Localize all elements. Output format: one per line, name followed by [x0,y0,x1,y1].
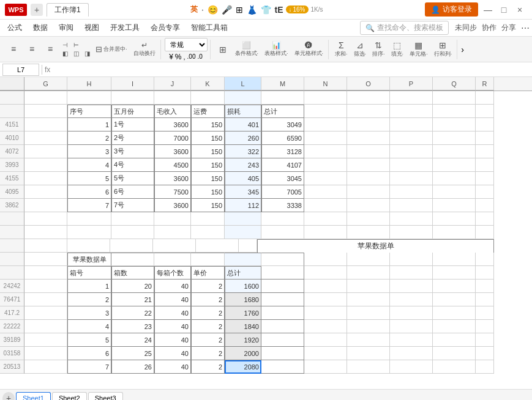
cell-1-I[interactable]: 五月份 [111,105,154,118]
cell-7-N[interactable] [304,185,347,199]
cell-18-R[interactable] [476,333,494,347]
cell-4-I[interactable]: 3号 [111,145,154,158]
cell-1-Q[interactable] [433,105,476,118]
cell-15-N[interactable] [304,293,347,306]
menu-data[interactable]: 数据 [28,21,53,35]
cell-8-P[interactable] [390,199,433,212]
cell-4-R[interactable] [476,145,494,158]
col-header-p[interactable]: P [390,77,433,91]
sheet-tab-2[interactable]: Sheet3 [88,392,123,400]
cell-15-H[interactable]: 2 [67,293,111,306]
login-button[interactable]: 👤 访客登录 [425,2,478,17]
cell-1-K[interactable]: 运费 [191,105,225,118]
cell-0-I[interactable] [111,91,154,105]
cell-16-N[interactable] [304,306,347,320]
cell-12-I[interactable] [111,253,154,266]
cell-3-L[interactable]: 260 [225,131,261,145]
cell-18-Q[interactable] [433,333,476,347]
cell-14-G[interactable] [24,280,67,293]
col-header-q[interactable]: Q [433,77,476,91]
more-menu-btn[interactable]: ⋯ [521,23,530,33]
decimal-dec-btn[interactable]: .0 [198,53,203,60]
cell-17-I[interactable]: 23 [111,320,154,333]
indent-increase-btn[interactable]: ⊢ [71,41,81,49]
cell-4-M[interactable]: 3128 [261,145,304,158]
cell-8-O[interactable] [347,199,390,212]
formula-input[interactable] [53,64,530,76]
cell-7-I[interactable]: 6号 [111,185,154,199]
cell-4-L[interactable]: 322 [225,145,261,158]
cell-14-M[interactable] [261,280,304,293]
cell-13-O[interactable] [347,266,390,280]
cell-6-L[interactable]: 405 [225,172,261,185]
cell-10-N[interactable] [304,226,347,239]
cell-0-L[interactable] [225,91,261,105]
cell-16-I[interactable]: 22 [111,306,154,320]
cell-13-J[interactable]: 每箱个数 [154,266,191,280]
cell-10-I[interactable] [111,226,154,239]
menu-search-bar[interactable]: 🔍 查找命令、搜索模板 [360,21,449,35]
cell-16-J[interactable]: 40 [154,306,191,320]
thousand-btn[interactable]: , [184,53,185,61]
cell-14-Q[interactable] [433,280,476,293]
cell-1-H[interactable]: 序号 [67,105,111,118]
cell-4-K[interactable]: 150 [191,145,225,158]
cell-5-Q[interactable] [433,158,476,172]
cell-12-O[interactable] [347,253,390,266]
close-button[interactable]: × [512,4,527,16]
cell-7-M[interactable]: 7005 [261,185,304,199]
cell-6-G[interactable] [24,172,67,185]
cell-16-R[interactable] [476,306,494,320]
collab-btn[interactable]: 协作 [482,23,496,33]
cell-3-J[interactable]: 7000 [154,131,191,145]
filter-btn[interactable]: ⊿ 筛选· [351,40,369,59]
col-header-k[interactable]: K [191,77,225,91]
cell-10-Q[interactable] [433,226,476,239]
cell-17-Q[interactable] [433,320,476,333]
cell-11-R[interactable] [239,239,257,253]
sheet-tab-0[interactable]: Sheet1 [16,392,51,400]
cell-0-H[interactable] [67,91,111,105]
cell-0-R[interactable] [476,91,494,105]
cell-style-btn[interactable]: 🅐 单元格样式· [292,40,326,59]
cell-15-J[interactable]: 40 [154,293,191,306]
decimal-inc-btn[interactable]: .00 [187,53,196,60]
cell-5-L[interactable]: 243 [225,158,261,172]
cell-9-O[interactable] [347,212,390,226]
col-header-j[interactable]: J [154,77,191,91]
icon-shirt[interactable]: 👕 [261,5,271,15]
cell-20-K[interactable]: 2 [191,360,225,374]
cell-12-N[interactable] [304,253,347,266]
cell-19-H[interactable]: 6 [67,347,111,360]
cell-19-I[interactable]: 25 [111,347,154,360]
cell-20-G[interactable] [24,360,67,374]
cell-9-J[interactable] [154,212,191,226]
cell-7-L[interactable]: 345 [225,185,261,199]
cell-16-H[interactable]: 3 [67,306,111,320]
cell-9-N[interactable] [304,212,347,226]
cell-0-P[interactable] [390,91,433,105]
cell-2-I[interactable]: 1号 [111,118,154,131]
cell-1-M[interactable]: 总计 [261,105,304,118]
cell-2-J[interactable]: 3600 [154,118,191,131]
cell-12-M[interactable] [261,253,304,266]
icon-mic[interactable]: 🎤 [222,5,232,15]
merged-title-cell[interactable]: 苹果数据单 [257,239,494,253]
cell-4-O[interactable] [347,145,390,158]
share-btn[interactable]: 分享 [501,23,516,33]
cell-2-Q[interactable] [433,118,476,131]
cell-20-N[interactable] [304,360,347,374]
cell-19-Q[interactable] [433,347,476,360]
cell-14-R[interactable] [476,280,494,293]
cell-2-G[interactable] [24,118,67,131]
icon-grid[interactable]: ⊞ [236,5,243,15]
cell-16-G[interactable] [24,306,67,320]
cell-1-L[interactable]: 损耗 [225,105,261,118]
cell-12-L[interactable] [225,253,261,266]
cell-3-M[interactable]: 6590 [261,131,304,145]
cell-4-Q[interactable] [433,145,476,158]
cell-9-K[interactable] [191,212,225,226]
cell-18-I[interactable]: 24 [111,333,154,347]
cell-19-J[interactable]: 40 [154,347,191,360]
align-left-btn[interactable]: ◧ [60,50,70,57]
